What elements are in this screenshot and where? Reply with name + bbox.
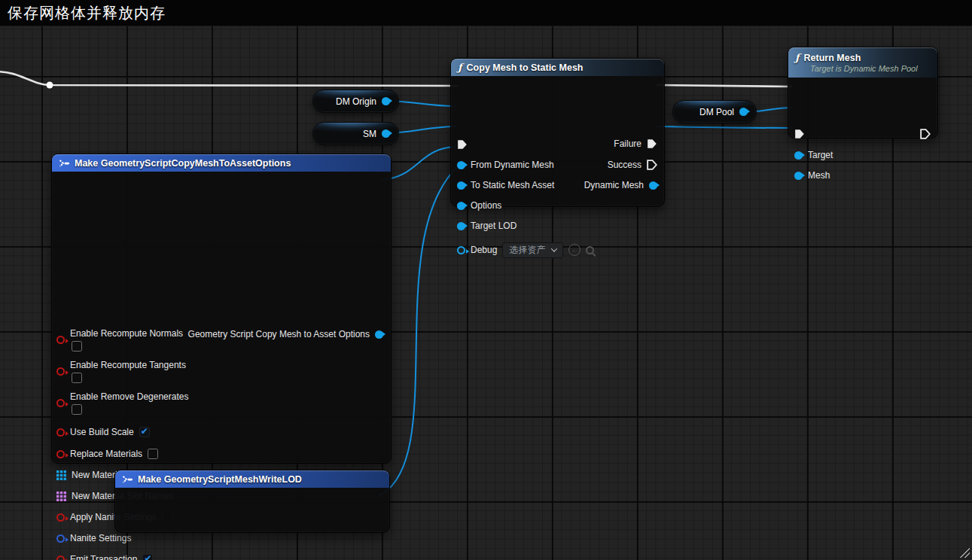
exec-input-pin[interactable]	[794, 129, 805, 139]
object-pin-mesh[interactable]	[794, 172, 803, 180]
object-pin-from-dynamic-mesh[interactable]	[457, 161, 465, 169]
function-icon: ƒ	[795, 52, 800, 63]
pin-label-replace-materials: Replace Materials	[70, 449, 142, 459]
node-make-geometryscript-meshwritelod[interactable]: Make GeometryScriptMeshWriteLOD Write Hi…	[114, 470, 390, 533]
pin-label-to-static-mesh-asset: To Static Mesh Asset	[471, 180, 554, 190]
bool-pin-enable-recompute-normals[interactable]	[56, 336, 65, 344]
pin-label-emit-transaction: Emit Transaction	[70, 554, 137, 560]
variable-node-sm[interactable]: SM	[312, 122, 399, 145]
debug-asset-dropdown-value: 选择资产	[509, 244, 545, 257]
struct-pin-target-lod[interactable]	[457, 222, 465, 230]
pin-label-nanite-settings: Nanite Settings	[70, 533, 131, 543]
bool-pin-replace-materials[interactable]	[56, 450, 65, 458]
wire-dynamicmesh-to-mesh[interactable]	[656, 126, 792, 128]
pin-label-from-dynamic-mesh: From Dynamic Mesh	[471, 160, 554, 170]
node-title: Return Mesh	[804, 53, 861, 63]
wire-exec-failure-to-return[interactable]	[657, 85, 792, 87]
pin-label-target: Target	[808, 150, 833, 160]
object-pin-debug[interactable]	[457, 246, 465, 254]
checkbox-use-build-scale[interactable]	[139, 427, 150, 437]
exec-output-pin[interactable]	[920, 129, 931, 139]
node-header[interactable]: ƒ Copy Mesh to Static Mesh	[451, 59, 664, 76]
variable-node-dm-origin[interactable]: DM Origin	[312, 90, 399, 113]
exec-output-pin-failure[interactable]	[647, 138, 657, 149]
wire-exec-entry[interactable]	[0, 72, 458, 86]
reroute-node[interactable]	[47, 82, 53, 89]
wire-makeoptions-to-options[interactable]	[381, 147, 456, 180]
node-header[interactable]: Make GeometryScriptMeshWriteLOD	[115, 470, 389, 488]
debug-asset-dropdown[interactable]: 选择资产	[502, 242, 563, 258]
node-title: Copy Mesh to Static Mesh	[467, 62, 584, 73]
pin-label-mesh: Mesh	[808, 170, 830, 181]
node-title: Make GeometryScriptCopyMeshToAssetOption…	[75, 158, 291, 169]
struct-pin-output[interactable]	[375, 330, 383, 339]
variable-label: DM Origin	[336, 96, 376, 107]
object-pin-dynamic-mesh-out[interactable]	[649, 181, 657, 190]
array-pin-new-material-slot-names[interactable]	[56, 492, 66, 501]
pin-label-options: Options	[471, 200, 501, 211]
blueprint-graph-canvas[interactable]: ƒ Copy Mesh to Static Mesh Failure From …	[0, 0, 972, 560]
object-pin-dm-origin-out[interactable]	[382, 97, 390, 105]
checkbox-enable-recompute-tangents[interactable]	[72, 373, 82, 383]
pin-label-enable-remove-degenerates: Enable Remove Degenerates	[70, 391, 188, 402]
array-pin-new-materials[interactable]	[56, 470, 66, 480]
bool-pin-use-build-scale[interactable]	[56, 428, 65, 437]
pin-label-success: Success	[608, 160, 641, 170]
make-struct-icon	[59, 159, 70, 168]
variable-label: SM	[363, 129, 376, 139]
pin-label-debug: Debug	[471, 245, 497, 255]
bool-pin-enable-remove-degenerates[interactable]	[56, 399, 65, 407]
node-make-geometryscript-copymeshtoassetoptions[interactable]: Make GeometryScriptCopyMeshToAssetOption…	[51, 154, 392, 464]
browse-to-asset-icon[interactable]	[586, 246, 594, 254]
node-copy-mesh-to-static-mesh[interactable]: ƒ Copy Mesh to Static Mesh Failure From …	[450, 58, 665, 207]
pin-label-dynamic-mesh: Dynamic Mesh	[584, 180, 644, 190]
node-header[interactable]: Make GeometryScriptCopyMeshToAssetOption…	[52, 154, 391, 172]
checkbox-replace-materials[interactable]	[148, 449, 158, 459]
checkbox-emit-transaction[interactable]	[142, 554, 153, 560]
object-pin-target[interactable]	[794, 151, 803, 160]
pin-label-enable-recompute-normals: Enable Recompute Normals	[70, 328, 183, 339]
pin-label-failure: Failure	[614, 138, 641, 149]
bool-pin-enable-recompute-tangents[interactable]	[56, 367, 65, 376]
struct-pin-nanite-settings[interactable]	[56, 534, 65, 543]
checkbox-enable-recompute-normals[interactable]	[72, 341, 82, 352]
exec-output-pin-success[interactable]	[647, 160, 657, 170]
chevron-down-icon	[551, 245, 557, 251]
checkbox-enable-remove-degenerates[interactable]	[72, 404, 82, 415]
struct-pin-options[interactable]	[457, 202, 465, 210]
function-icon: ƒ	[458, 62, 462, 73]
bool-pin-emit-transaction[interactable]	[56, 555, 65, 560]
pin-label-use-build-scale: Use Build Scale	[70, 427, 134, 437]
object-pin-dm-pool-out[interactable]	[739, 108, 748, 116]
node-subtitle: Target is Dynamic Mesh Pool	[810, 64, 918, 73]
make-struct-icon	[122, 475, 133, 484]
graph-title: 保存网格体并释放内存	[8, 3, 166, 23]
object-pin-to-static-mesh-asset[interactable]	[457, 181, 465, 190]
pin-label-enable-recompute-tangents: Enable Recompute Tangents	[70, 360, 186, 370]
bool-pin-apply-nanite-settings[interactable]	[56, 513, 65, 522]
use-selected-asset-icon[interactable]: ←	[568, 244, 580, 256]
variable-node-dm-pool[interactable]: DM Pool	[672, 100, 757, 123]
pin-label-output: Geometry Script Copy Mesh to Asset Optio…	[188, 329, 370, 339]
graph-title-bar: 保存网格体并释放内存	[0, 0, 972, 26]
pin-label-target-lod: Target LOD	[471, 221, 516, 231]
node-header[interactable]: ƒ Return Mesh Target is Dynamic Mesh Poo…	[788, 47, 937, 78]
node-title: Make GeometryScriptMeshWriteLOD	[138, 474, 302, 485]
node-return-mesh[interactable]: ƒ Return Mesh Target is Dynamic Mesh Poo…	[788, 47, 938, 138]
exec-input-pin[interactable]	[457, 139, 468, 150]
object-pin-sm-out[interactable]	[382, 129, 390, 138]
variable-label: DM Pool	[699, 107, 734, 117]
arrow-glyph: ←	[571, 246, 578, 254]
